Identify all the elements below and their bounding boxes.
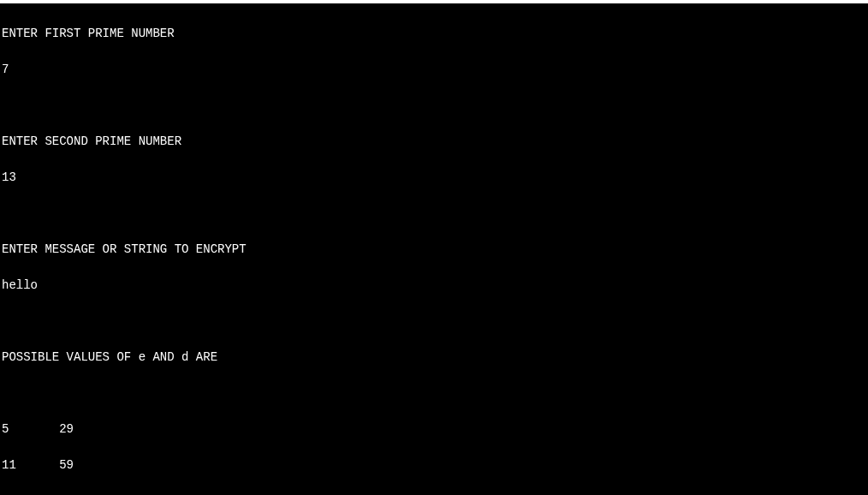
prompt-second-prime: ENTER SECOND PRIME NUMBER: [2, 133, 866, 151]
col-d: 59: [59, 456, 74, 474]
col-e: 11: [2, 456, 59, 474]
value-second-prime: 13: [2, 169, 866, 187]
prompt-first-prime: ENTER FIRST PRIME NUMBER: [2, 25, 866, 43]
value-message: hello: [2, 277, 866, 295]
blank-line: [2, 205, 866, 223]
table-row: 1159: [2, 456, 866, 474]
blank-line: [2, 313, 866, 331]
value-first-prime: 7: [2, 61, 866, 79]
table-row: 529: [2, 420, 866, 438]
blank-line: [2, 97, 866, 115]
blank-line: [2, 385, 866, 403]
col-e: 5: [2, 420, 59, 438]
prompt-possible-values: POSSIBLE VALUES OF e AND d ARE: [2, 349, 866, 367]
prompt-message: ENTER MESSAGE OR STRING TO ENCRYPT: [2, 241, 866, 259]
col-d: 29: [59, 420, 74, 438]
terminal-output: ENTER FIRST PRIME NUMBER 7 ENTER SECOND …: [0, 3, 868, 495]
